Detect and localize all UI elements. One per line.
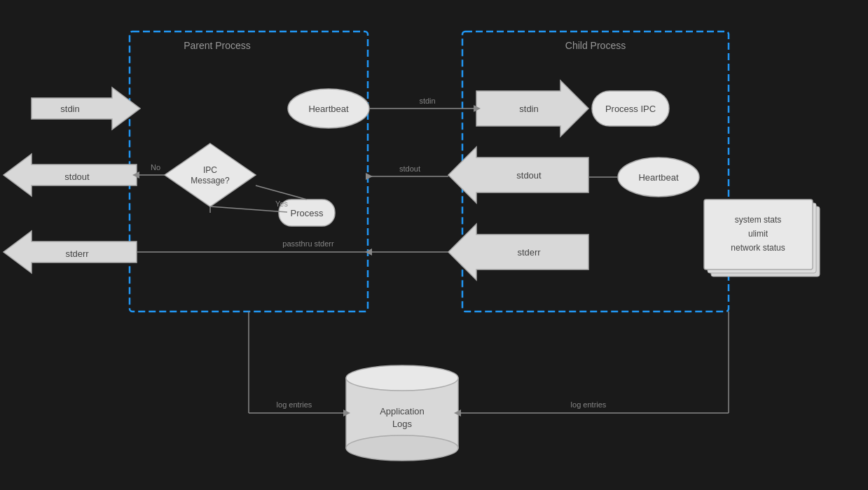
app-logs-label2: Logs [392, 419, 413, 429]
app-logs-cylinder-top [346, 365, 458, 391]
ipc-message-label: IPC [203, 165, 217, 175]
app-logs-label: Application [380, 406, 425, 416]
passthru-stderr-label: passthru stderr [282, 239, 334, 248]
app-logs-cylinder-bottom [346, 435, 458, 461]
yes-label: Yes [275, 200, 288, 208]
log-entries-right-label: log entries [571, 400, 607, 409]
system-stats-label: system stats [735, 215, 782, 225]
heartbeat-parent-label: Heartbeat [308, 104, 348, 114]
stdout-line-label: stdout [399, 164, 420, 173]
ulimit-label: ulimit [748, 229, 769, 239]
no-label: No [151, 163, 160, 172]
child-stdin-label: stdin [519, 104, 538, 114]
heartbeat-stdin-line-label: stdin [419, 97, 435, 105]
log-entries-left-label: log entries [277, 400, 312, 409]
network-status-label: network status [731, 243, 785, 253]
ipc-message-label2: Message? [191, 176, 230, 186]
process-label: Process [291, 208, 324, 218]
heartbeat-child-label: Heartbeat [638, 172, 678, 183]
parent-process-label: Parent Process [184, 40, 251, 51]
child-stderr-label: stderr [517, 247, 541, 258]
stderr-label: stderr [65, 248, 89, 259]
stdin-label: stdin [60, 104, 79, 114]
stdout-label: stdout [64, 172, 90, 182]
process-ipc-label: Process IPC [605, 104, 656, 114]
child-process-label: Child Process [565, 40, 626, 51]
child-stdout-label: stdout [516, 170, 542, 181]
